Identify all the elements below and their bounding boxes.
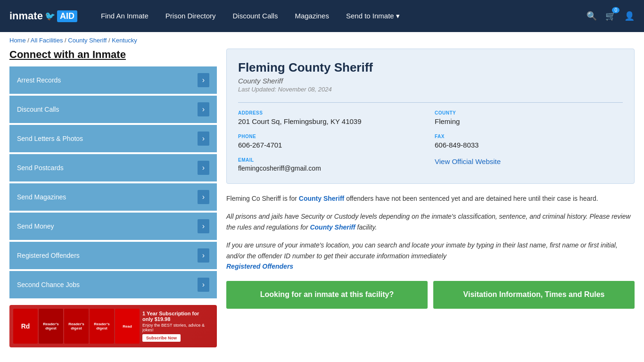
logo-bird-icon: 🐦 <box>45 11 55 21</box>
header: inmate 🐦 AID Find An Inmate Prison Direc… <box>0 0 644 32</box>
find-inmate-button[interactable]: Looking for an inmate at this facility? <box>226 281 428 308</box>
ad-cover-4: Reader'sdigest <box>90 309 114 344</box>
sidebar-arrow-send-money: › <box>198 219 209 233</box>
sidebar-btn-registered-offenders-label: Registered Offenders <box>17 252 80 259</box>
facility-type: County Sheriff <box>238 77 623 85</box>
facility-email-label: EMAIL <box>238 157 426 163</box>
desc-para-3-text: If you are unsure of your inmate's locat… <box>226 241 618 259</box>
ad-covers: Rd Reader'sdigest Reader'sdigest Reader'… <box>13 309 140 344</box>
logo-inmate-text: inmate <box>9 10 43 22</box>
nav-discount-calls[interactable]: Discount Calls <box>233 12 278 20</box>
logo-aid-text: AID <box>57 10 77 22</box>
sidebar-btn-send-money[interactable]: Send Money › <box>9 213 217 240</box>
ad-subscribe-button[interactable]: Subscribe Now <box>142 334 181 342</box>
main-layout: Connect with an Inmate Arrest Records › … <box>0 49 644 357</box>
desc-para-3: If you are unsure of your inmate's locat… <box>226 240 635 272</box>
sidebar-arrow-registered-offenders: › <box>198 248 209 263</box>
nav-find-inmate[interactable]: Find An Inmate <box>101 12 149 20</box>
nav-send-to-inmate[interactable]: Send to Inmate ▾ <box>346 12 400 20</box>
desc-para-2: All prisons and jails have Security or C… <box>226 211 635 232</box>
facility-name: Fleming County Sheriff <box>238 60 623 75</box>
desc-county-sheriff-link-2[interactable]: County Sheriff <box>310 223 355 231</box>
sidebar-arrow-arrest-records: › <box>198 73 209 87</box>
sidebar-arrow-second-chance: › <box>198 278 209 292</box>
sidebar: Connect with an Inmate Arrest Records › … <box>9 49 217 347</box>
search-icon[interactable]: 🔍 <box>586 11 597 21</box>
facility-address-label: ADDRESS <box>238 110 426 115</box>
sidebar-btn-arrest-records-label: Arrest Records <box>17 76 61 84</box>
sidebar-arrow-send-letters: › <box>198 132 209 146</box>
sidebar-arrow-send-magazines: › <box>198 190 209 204</box>
visitation-info-button[interactable]: Visitation Information, Times and Rules <box>433 281 635 308</box>
facility-county-label: COUNTY <box>435 110 623 115</box>
sidebar-btn-second-chance[interactable]: Second Chance Jobs › <box>9 271 217 298</box>
cart-icon[interactable]: 🛒 0 <box>605 11 616 21</box>
ad-cover-1: Rd <box>13 309 38 344</box>
header-icons: 🔍 🛒 0 👤 <box>586 11 635 21</box>
facility-address-block: ADDRESS 201 Court Sq, Flemingsburg, KY 4… <box>238 110 426 125</box>
ad-title: 1 Year Subscription for only $19.98 <box>142 311 210 322</box>
facility-fax-value: 606-849-8033 <box>435 141 623 149</box>
sidebar-btn-send-letters[interactable]: Send Letters & Photos › <box>9 125 217 152</box>
facility-updated: Last Updated: November 08, 2024 <box>238 86 623 93</box>
sidebar-btn-discount-calls[interactable]: Discount Calls › <box>9 96 217 123</box>
facility-description: Fleming Co Sheriff is for County Sheriff… <box>226 193 635 272</box>
sidebar-btn-send-postcards-label: Send Postcards <box>17 164 64 172</box>
sidebar-btn-send-magazines-label: Send Magazines <box>17 193 66 201</box>
main-content: Fleming County Sheriff County Sheriff La… <box>226 49 635 347</box>
facility-phone-label: PHONE <box>238 134 426 139</box>
sidebar-btn-second-chance-label: Second Chance Jobs <box>17 281 80 288</box>
facility-details: ADDRESS 201 Court Sq, Flemingsburg, KY 4… <box>238 102 623 172</box>
breadcrumb-all-facilities[interactable]: All Facilities <box>31 37 63 44</box>
ad-desc: Enjoy the BEST stories, advice & jokes! <box>142 323 210 332</box>
desc-county-sheriff-link-1[interactable]: County Sheriff <box>299 195 344 202</box>
facility-website-block: View Official Website <box>435 157 623 172</box>
bottom-buttons: Looking for an inmate at this facility? … <box>226 281 635 308</box>
sidebar-btn-send-money-label: Send Money <box>17 222 54 230</box>
desc-para-1-pre: Fleming Co Sheriff is for <box>226 195 299 202</box>
user-icon[interactable]: 👤 <box>624 11 635 21</box>
facility-email-block: EMAIL flemingcosheriff@gmail.com <box>238 157 426 172</box>
facility-phone-block: PHONE 606-267-4701 <box>238 134 426 149</box>
nav-magazines[interactable]: Magazines <box>295 12 329 20</box>
sidebar-ad: Rd Reader'sdigest Reader'sdigest Reader'… <box>9 305 217 347</box>
sidebar-arrow-discount-calls: › <box>198 102 209 116</box>
ad-cover-2: Reader'sdigest <box>39 309 63 344</box>
cart-badge: 0 <box>612 7 619 13</box>
desc-para-2-text: All prisons and jails have Security or C… <box>226 213 631 230</box>
sidebar-btn-send-magazines[interactable]: Send Magazines › <box>9 183 217 211</box>
facility-website-link[interactable]: View Official Website <box>435 157 501 165</box>
desc-registered-offenders-link[interactable]: Registered Offenders <box>226 263 293 270</box>
desc-para-2-post: facility. <box>355 223 377 231</box>
sidebar-btn-arrest-records[interactable]: Arrest Records › <box>9 66 217 94</box>
ad-cover-5: Read <box>115 309 140 344</box>
facility-email-value: flemingcosheriff@gmail.com <box>238 165 426 172</box>
facility-county-block: COUNTY Fleming <box>435 110 623 125</box>
logo[interactable]: inmate 🐦 AID <box>9 10 77 22</box>
breadcrumb-state[interactable]: Kentucky <box>112 37 137 44</box>
nav-prison-directory[interactable]: Prison Directory <box>165 12 216 20</box>
ad-text-block: 1 Year Subscription for only $19.98 Enjo… <box>140 311 213 342</box>
main-nav: Find An Inmate Prison Directory Discount… <box>101 12 572 20</box>
desc-para-1: Fleming Co Sheriff is for County Sheriff… <box>226 193 635 204</box>
facility-fax-label: FAX <box>435 134 623 139</box>
sidebar-btn-send-letters-label: Send Letters & Photos <box>17 135 83 142</box>
facility-fax-block: FAX 606-849-8033 <box>435 134 623 149</box>
facility-phone-value: 606-267-4701 <box>238 141 426 149</box>
sidebar-btn-registered-offenders[interactable]: Registered Offenders › <box>9 242 217 269</box>
ad-cover-3: Reader'sdigest <box>64 309 89 344</box>
desc-para-1-post: offenders have not been sentenced yet an… <box>344 195 598 202</box>
sidebar-arrow-send-postcards: › <box>198 161 209 175</box>
facility-address-value: 201 Court Sq, Flemingsburg, KY 41039 <box>238 117 426 125</box>
breadcrumb: Home / All Facilities / County Sheriff /… <box>0 32 644 49</box>
sidebar-title: Connect with an Inmate <box>9 49 217 61</box>
facility-county-value: Fleming <box>435 117 623 125</box>
sidebar-btn-discount-calls-label: Discount Calls <box>17 106 59 113</box>
facility-card: Fleming County Sheriff County Sheriff La… <box>226 49 635 184</box>
sidebar-btn-send-postcards[interactable]: Send Postcards › <box>9 154 217 181</box>
breadcrumb-home[interactable]: Home <box>9 37 26 44</box>
breadcrumb-county-sheriff[interactable]: County Sheriff <box>68 37 107 44</box>
